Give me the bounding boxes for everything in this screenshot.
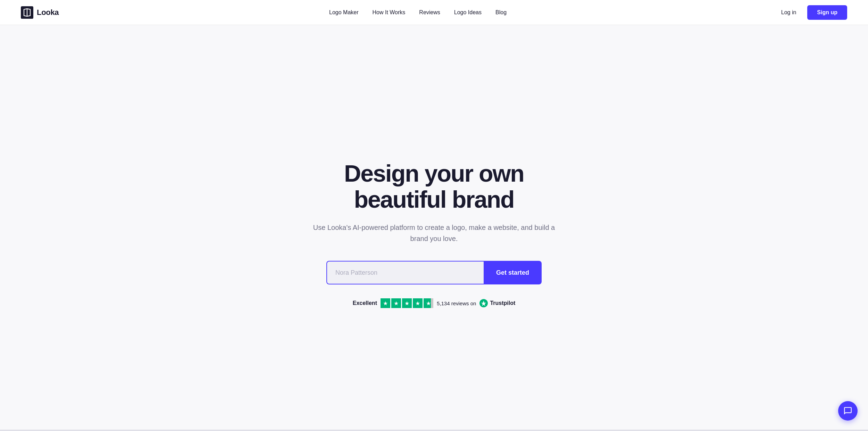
trustpilot-row: Excellent ★ ★ ★ ★ ★ 5,134 reviews on Tru… <box>353 298 516 308</box>
trustpilot-rating-label: Excellent <box>353 300 377 306</box>
bottom-bar <box>0 430 868 431</box>
logo-link[interactable]: Looka <box>21 6 59 19</box>
hero-section: Design your own beautiful brand Use Look… <box>0 25 868 430</box>
nav-how-it-works[interactable]: How It Works <box>373 9 406 15</box>
get-started-button[interactable]: Get started <box>484 261 542 284</box>
navbar-nav: Logo Maker How It Works Reviews Logo Ide… <box>329 9 507 16</box>
nav-logo-ideas[interactable]: Logo Ideas <box>454 9 482 15</box>
nav-reviews[interactable]: Reviews <box>419 9 440 15</box>
looka-logo-icon <box>21 6 33 19</box>
hero-subtitle: Use Looka's AI-powered platform to creat… <box>312 222 556 244</box>
navbar: Looka Logo Maker How It Works Reviews Lo… <box>0 0 868 25</box>
logo-text: Looka <box>37 8 59 17</box>
hero-title: Design your own beautiful brand <box>295 160 573 213</box>
brand-name-input[interactable] <box>326 261 484 284</box>
login-button[interactable]: Log in <box>777 7 801 18</box>
star-3: ★ <box>402 298 412 308</box>
star-1: ★ <box>381 298 390 308</box>
trustpilot-brand-name: Trustpilot <box>490 300 515 306</box>
nav-blog[interactable]: Blog <box>495 9 507 15</box>
trustpilot-brand: Trustpilot <box>479 299 515 307</box>
trustpilot-review-count: 5,134 reviews on <box>437 300 476 306</box>
hero-input-group: Get started <box>326 261 542 284</box>
star-5: ★ <box>424 298 433 308</box>
nav-logo-maker[interactable]: Logo Maker <box>329 9 359 15</box>
trustpilot-stars: ★ ★ ★ ★ ★ <box>381 298 433 308</box>
chat-bubble-button[interactable] <box>838 401 858 421</box>
star-2: ★ <box>391 298 401 308</box>
trustpilot-icon <box>479 299 488 307</box>
signup-button[interactable]: Sign up <box>807 5 847 20</box>
navbar-actions: Log in Sign up <box>777 5 847 20</box>
star-4: ★ <box>413 298 423 308</box>
chat-icon <box>843 406 852 415</box>
